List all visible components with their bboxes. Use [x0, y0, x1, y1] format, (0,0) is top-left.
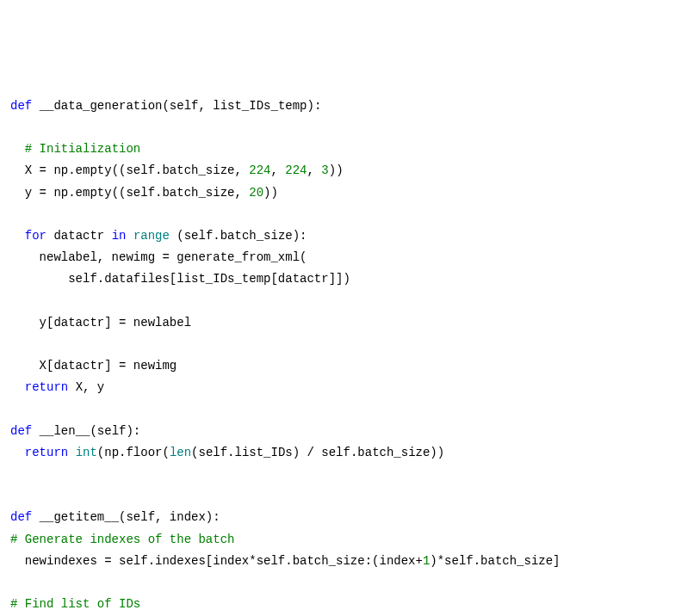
- code-text: [126, 229, 133, 243]
- builtin-range: range: [133, 229, 170, 243]
- number: 3: [321, 163, 328, 177]
- comment: # Generate indexes of the batch: [10, 533, 234, 546]
- code-text: y = np.empty((self.batch_size,: [25, 186, 249, 200]
- code-text: (self.batch_size):: [170, 229, 307, 243]
- code-text: )): [263, 186, 278, 200]
- keyword-in: in: [112, 229, 127, 243]
- keyword-def: def: [10, 99, 32, 113]
- code-text: y[datactr] = newlabel: [40, 316, 191, 330]
- params: (self):: [90, 424, 140, 438]
- keyword-return: return: [25, 380, 68, 394]
- code-text: [68, 446, 75, 459]
- code-text: self.datafiles[list_IDs_temp[datactr]]): [68, 272, 350, 286]
- code-text: datactr: [46, 229, 112, 243]
- params: (self, list_IDs_temp):: [162, 99, 321, 113]
- keyword-for: for: [25, 229, 46, 243]
- keyword-return: return: [25, 446, 68, 459]
- code-block: def __data_generation(self, list_IDs_tem…: [10, 99, 561, 616]
- comment: # Find list of IDs: [10, 597, 140, 611]
- params: (self, index):: [119, 510, 220, 524]
- code-text: ,: [270, 163, 285, 177]
- number: 20: [249, 186, 263, 200]
- code-text: X = np.empty((self.batch_size,: [25, 163, 249, 177]
- func-name: __data_generation: [40, 99, 163, 113]
- number: 224: [249, 163, 270, 177]
- builtin-len: len: [170, 446, 191, 459]
- code-text: )*self.batch_size]: [430, 554, 560, 568]
- code-text: (self.list_IDs) / self.batch_size)): [191, 446, 444, 459]
- code-text: (np.floor(: [97, 446, 170, 459]
- code-text: )): [329, 163, 344, 177]
- comment: # Initialization: [25, 142, 140, 156]
- code-text: X[datactr] = newimg: [40, 359, 177, 373]
- code-text: newindexes = self.indexes[index*self.bat…: [25, 554, 423, 568]
- code-text: X, y: [68, 380, 104, 394]
- keyword-def: def: [10, 510, 32, 524]
- func-name: __len__: [40, 424, 90, 438]
- code-text: newlabel, newimg = generate_from_xml(: [40, 250, 307, 264]
- code-text: ,: [307, 163, 322, 177]
- number: 224: [285, 163, 307, 177]
- func-name: __getitem__: [40, 510, 119, 524]
- keyword-def: def: [10, 424, 32, 438]
- builtin-int: int: [76, 446, 97, 459]
